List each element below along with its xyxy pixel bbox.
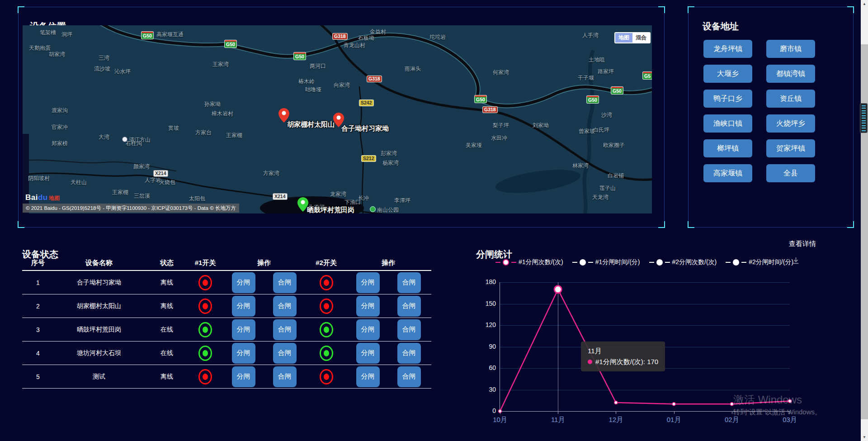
legend-dash	[511, 262, 516, 263]
address-button[interactable]: 鸭子口乡	[703, 90, 752, 108]
open-switch2-button[interactable]: 分闸	[356, 343, 380, 364]
map-place-label: 石柱沟	[126, 140, 142, 147]
map-place-label: 干子堰	[578, 74, 594, 82]
close-switch2-button[interactable]: 合闸	[397, 366, 421, 387]
open-switch2-button[interactable]: 分闸	[356, 296, 380, 317]
windows-activation-watermark: 激活 Windows	[733, 393, 802, 407]
park-icon	[370, 206, 376, 212]
legend-item[interactable]: #2分闸次数/(次)	[649, 258, 717, 266]
address-button[interactable]: 磨市镇	[766, 40, 815, 58]
switch1-operations: 分闸合闸	[232, 343, 297, 364]
table-row: 4塘坊河村大石坝在线分闸合闸分闸合闸	[22, 341, 431, 365]
map-place-label: 咕噜垭	[305, 86, 321, 94]
map-place-label: 天柱山	[71, 179, 87, 186]
map-place-label: 王家湾	[212, 61, 229, 68]
map-type-option[interactable]: 地图	[615, 33, 632, 43]
address-button[interactable]: 全县	[766, 164, 815, 182]
open-switch2-button[interactable]: 分闸	[356, 366, 380, 387]
table-header-cell: 操作	[382, 259, 395, 267]
map-marker-label: 合子坳村习家坳	[341, 124, 389, 133]
cell-status: 在线	[160, 349, 173, 357]
map-place-label: 莲子山	[599, 185, 616, 192]
map-type-option[interactable]: 混合	[632, 33, 650, 43]
map-place-label: 火烧包	[159, 179, 175, 186]
road-badge: G50	[611, 87, 623, 94]
close-switch2-button[interactable]: 合闸	[397, 319, 421, 340]
baidu-logo[interactable]: Baidu地图	[25, 193, 60, 202]
data-point-marker[interactable]	[499, 410, 502, 413]
address-button[interactable]: 资丘镇	[766, 90, 815, 108]
open-switch2-button[interactable]: 分闸	[356, 319, 380, 340]
x-axis-label: 01月	[656, 416, 692, 424]
address-button[interactable]: 渔峡口镇	[703, 114, 752, 133]
y-axis-label: 150	[471, 300, 496, 307]
cell-status: 离线	[160, 302, 173, 310]
close-switch2-button[interactable]: 合闸	[397, 272, 421, 293]
y-axis-label: 120	[471, 321, 496, 328]
open-switch1-button[interactable]: 分闸	[232, 272, 255, 293]
baidu-map[interactable]: 笔架槽洞坪天鹅抱蛋胡家湾三湾流沙坡沁水坪高家堰互通王家湾两河口雨淋头何家湾金益村…	[23, 25, 652, 213]
legend-item[interactable]: #1分闸次数/(次)	[495, 258, 563, 266]
road-badge: G50	[587, 96, 599, 103]
close-switch1-button[interactable]: 合闸	[273, 272, 297, 293]
open-switch2-button[interactable]: 分闸	[356, 272, 380, 293]
data-point-marker[interactable]	[614, 401, 618, 404]
chart-tooltip: 11月#1分闸次数/(次): 170	[581, 341, 665, 371]
address-button[interactable]: 大堰乡	[703, 65, 752, 83]
close-switch1-button[interactable]: 合闸	[273, 296, 297, 317]
scrollbar-down-arrow[interactable]: ▼	[861, 433, 868, 441]
data-point-marker[interactable]	[672, 403, 675, 406]
widget-stripe	[862, 125, 866, 126]
map-place-label: 人字岩	[145, 176, 161, 184]
chart-legend: #1分闸次数/(次)#1分闸时间/(分)#2分闸次数/(次)#2分闸时间/(分)	[491, 258, 798, 266]
device-location-panel: 设备位置 笔架槽洞坪天鹅抱蛋胡家湾三湾流沙坡沁水坪高家堰互通王家湾两河口雨淋头何…	[18, 7, 665, 228]
scroll-indicator-widget[interactable]	[860, 103, 868, 133]
widget-stripe	[862, 118, 866, 119]
open-switch1-button[interactable]: 分闸	[232, 366, 255, 387]
widget-stripe	[862, 123, 866, 123]
map-place-label: 三岔溪	[134, 192, 150, 200]
map-place-label: 郑家榜	[52, 140, 68, 147]
address-button[interactable]: 龙舟坪镇	[703, 40, 752, 58]
address-button[interactable]: 火烧坪乡	[766, 114, 815, 133]
close-switch2-button[interactable]: 合闸	[397, 343, 421, 364]
map-place-label: 刘家坳	[533, 122, 549, 129]
scrollbar-thumb[interactable]	[861, 44, 868, 419]
y-axis-label: 30	[471, 386, 496, 393]
close-switch1-button[interactable]: 合闸	[273, 366, 297, 387]
table-row: 1合子坳村习家坳离线分闸合闸分闸合闸	[22, 271, 431, 294]
map-place-label: 长冲	[358, 194, 369, 202]
indicator-core	[203, 327, 208, 333]
table-header-cell: #2开关	[316, 259, 337, 267]
close-switch2-button[interactable]: 合闸	[397, 296, 421, 317]
address-button[interactable]: 都镇湾镇	[766, 65, 815, 83]
map-type-control: 地图混合	[614, 32, 651, 43]
indicator-core	[203, 303, 208, 309]
legend-label: #1分闸时间/(分)	[595, 258, 640, 266]
address-button[interactable]: 高家堰镇	[703, 164, 752, 182]
map-place-label: 天龙湾	[592, 194, 609, 201]
switch2-indicator	[320, 346, 333, 361]
axis-tick	[732, 412, 732, 414]
close-switch1-button[interactable]: 合闸	[273, 319, 297, 340]
close-switch1-button[interactable]: 合闸	[273, 343, 297, 364]
road-badge: X214	[273, 194, 287, 199]
address-button[interactable]: 贺家坪镇	[766, 139, 815, 157]
switch1-indicator	[198, 369, 212, 384]
data-point-marker[interactable]	[554, 286, 561, 293]
table-header-cell: 状态	[160, 259, 174, 267]
open-switch1-button[interactable]: 分闸	[232, 319, 255, 340]
cell-device-name: 晒鼓坪村荒田岗	[77, 326, 121, 334]
road-badge: S242	[359, 100, 373, 106]
address-button[interactable]: 榔坪镇	[703, 139, 752, 157]
legend-item[interactable]: #1分闸时间/(分)	[572, 258, 640, 266]
legend-item[interactable]: #2分闸时间/(分)	[726, 258, 793, 266]
page-scrollbar[interactable]: ▲ ▼	[861, 0, 868, 441]
map-place-label: 水田冲	[491, 134, 507, 142]
map-place-label: 曾家坡	[579, 128, 595, 135]
legend-dash	[588, 262, 593, 263]
scrollbar-up-arrow[interactable]: ▲	[861, 0, 868, 8]
open-switch1-button[interactable]: 分闸	[232, 343, 255, 364]
view-details-link[interactable]: 查看详情	[789, 240, 816, 248]
open-switch1-button[interactable]: 分闸	[232, 296, 255, 317]
